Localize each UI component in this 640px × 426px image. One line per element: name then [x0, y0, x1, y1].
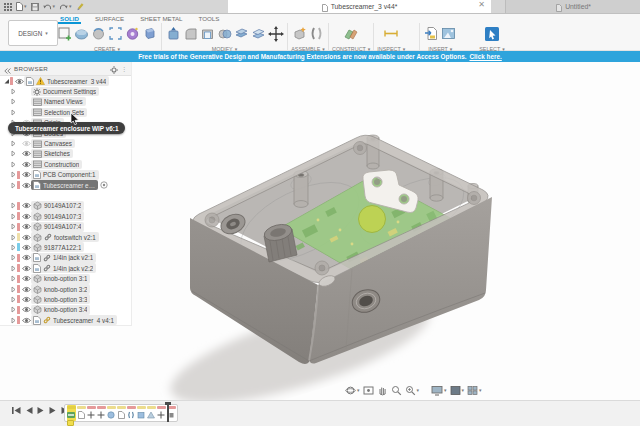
visibility-eye-icon[interactable]	[21, 223, 31, 230]
banner-link[interactable]: Click here.	[469, 53, 501, 60]
timeline-feature-tri-icon[interactable]	[147, 405, 156, 421]
new-component-icon[interactable]	[291, 24, 308, 44]
browser-item[interactable]: 1/4in jack v2:2	[0, 263, 131, 273]
browser-item[interactable]: 1/4in jack v2:1	[0, 253, 131, 263]
timeline-feature-move-icon[interactable]	[87, 405, 96, 421]
group-label[interactable]: SELECT	[479, 46, 500, 52]
chevron-right-icon[interactable]	[10, 244, 17, 251]
fillet-icon[interactable]	[182, 24, 199, 44]
timeline-feature-move-icon[interactable]	[157, 405, 166, 421]
collapse-panel-icon[interactable]	[4, 60, 11, 78]
chevron-right-icon[interactable]	[10, 223, 17, 230]
create-sketch-icon[interactable]	[56, 24, 73, 44]
chevron-right-icon[interactable]	[10, 213, 17, 220]
browser-item[interactable]: Construction	[0, 159, 131, 169]
offset-face-icon[interactable]	[250, 24, 267, 44]
browser-item[interactable]: PCB Component:1	[0, 170, 131, 180]
insert-derive-icon[interactable]	[423, 24, 440, 44]
visibility-eye-icon[interactable]	[21, 286, 31, 293]
group-label[interactable]: INSPECT	[377, 46, 400, 52]
group-label[interactable]: CONSTRUCT	[332, 46, 366, 52]
split-body-icon[interactable]	[233, 24, 250, 44]
browser-item[interactable]: Canvases	[0, 138, 131, 148]
visibility-eye-icon[interactable]	[21, 213, 31, 220]
visibility-eye-icon[interactable]	[21, 150, 31, 157]
chevron-right-icon[interactable]	[10, 171, 17, 178]
chevron-right-icon[interactable]	[10, 161, 17, 168]
create-sketch-rect-icon[interactable]	[107, 24, 124, 44]
fit-icon[interactable]: ▾	[405, 385, 420, 396]
group-label[interactable]: MODIFY	[212, 46, 233, 52]
visibility-eye-icon[interactable]	[21, 244, 31, 251]
visibility-eye-icon[interactable]	[21, 171, 31, 178]
chevron-right-icon[interactable]	[10, 109, 17, 116]
pan-icon[interactable]	[377, 385, 388, 396]
visibility-eye-icon[interactable]	[21, 140, 31, 147]
file-menu-icon[interactable]: ▾	[16, 2, 27, 11]
expanded-icon[interactable]	[3, 78, 10, 84]
chevron-right-icon[interactable]	[10, 234, 17, 241]
visibility-eye-icon[interactable]	[21, 202, 31, 209]
chevron-right-icon[interactable]	[10, 182, 17, 189]
select-icon[interactable]	[484, 24, 501, 44]
create-torus-icon[interactable]	[124, 24, 141, 44]
browser-item[interactable]: 90149A107:2	[0, 201, 131, 211]
step-forward-button[interactable]	[49, 406, 57, 415]
insert-canvas-icon[interactable]	[440, 24, 457, 44]
timeline-feature-box-icon[interactable]	[137, 405, 146, 421]
create-primitive-box-icon[interactable]	[141, 24, 158, 44]
close-icon[interactable]: ✕	[478, 1, 485, 9]
shell-icon[interactable]	[199, 24, 216, 44]
visibility-eye-icon[interactable]	[21, 254, 31, 261]
visibility-eye-icon[interactable]	[21, 306, 31, 313]
ground-pin-icon[interactable]	[100, 181, 108, 189]
visibility-eye-icon[interactable]	[14, 78, 24, 85]
combine-icon[interactable]	[216, 24, 233, 44]
browser-item[interactable]: Tubescreamer_3 v44	[0, 76, 131, 86]
browser-item[interactable]: 90149A107:3	[0, 211, 131, 221]
visibility-eye-icon[interactable]	[21, 317, 31, 324]
go-to-start-button[interactable]	[12, 406, 21, 415]
play-button[interactable]	[37, 406, 45, 415]
visibility-eye-icon[interactable]	[21, 161, 31, 168]
timeline-feature-doc-icon[interactable]	[77, 405, 86, 421]
step-back-button[interactable]	[25, 406, 33, 415]
display-settings-icon[interactable]: ▾	[431, 385, 447, 396]
timeline-feature-sphere-icon[interactable]	[107, 405, 116, 421]
feedback-pencil-icon[interactable]	[76, 3, 84, 11]
browser-item[interactable]: Selection Sets	[0, 107, 131, 117]
browser-item[interactable]: 91877A122:1	[0, 242, 131, 252]
chevron-right-icon[interactable]	[10, 202, 17, 209]
browser-item[interactable]: 90149A107:4	[0, 221, 131, 231]
chevron-right-icon[interactable]	[10, 275, 17, 282]
browser-item[interactable]: Tubescreamer enclosure...	[0, 180, 131, 190]
gear-icon[interactable]	[110, 60, 118, 78]
visibility-eye-icon[interactable]	[21, 265, 31, 272]
chevron-right-icon[interactable]	[10, 296, 17, 303]
document-tab-inactive[interactable]: Untitled*	[505, 0, 640, 13]
chevron-right-icon[interactable]	[10, 286, 17, 293]
browser-item[interactable]: knob-option 3:1	[0, 273, 131, 283]
undo-icon[interactable]: ▾	[43, 3, 56, 11]
chevron-right-icon[interactable]	[10, 140, 17, 147]
browser-item[interactable]: Document Settings	[0, 86, 131, 96]
zoom-icon[interactable]	[391, 385, 402, 396]
browser-item[interactable]: Tubescreamer_4 v4:1	[0, 315, 131, 325]
browser-item[interactable]: footswitch v2:1	[0, 232, 131, 242]
visibility-eye-icon[interactable]	[21, 296, 31, 303]
browser-item[interactable]: Named Views	[0, 97, 131, 107]
grid-and-snaps-icon[interactable]: ▾	[467, 385, 482, 396]
save-icon[interactable]	[31, 3, 39, 11]
group-label[interactable]: INSERT	[428, 46, 448, 52]
joint-icon[interactable]	[308, 24, 325, 44]
chevron-right-icon[interactable]	[10, 254, 17, 261]
group-label[interactable]: ASSEMBLE	[291, 46, 320, 52]
timeline-scrubber[interactable]	[167, 402, 169, 422]
redo-icon[interactable]: ▾	[59, 3, 72, 11]
group-label[interactable]: CREATE	[94, 46, 115, 52]
browser-item[interactable]: knob-option 3:3	[0, 294, 131, 304]
measure-icon[interactable]	[383, 24, 400, 44]
timeline-feature-doc-icon[interactable]	[117, 405, 126, 421]
highlighted-boss[interactable]	[359, 206, 386, 233]
chevron-right-icon[interactable]	[10, 98, 17, 105]
